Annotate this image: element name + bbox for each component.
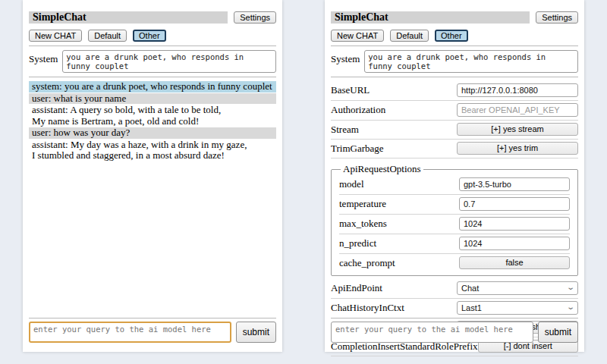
submit-button[interactable]: submit bbox=[538, 322, 578, 343]
settings-panel: SimpleChat Settings New CHAT Default Oth… bbox=[325, 0, 584, 352]
chat-history-in-ctxt-select[interactable]: Last1 ⌄ bbox=[457, 301, 578, 315]
query-input[interactable] bbox=[29, 322, 231, 343]
session-tab-other[interactable]: Other bbox=[435, 30, 468, 42]
setting-row-trimgarbage: TrimGarbage [+] yes trim bbox=[331, 140, 578, 158]
new-chat-button[interactable]: New CHAT bbox=[331, 30, 384, 42]
cache-prompt-label: cache_prompt bbox=[339, 257, 395, 269]
header: SimpleChat Settings bbox=[331, 11, 578, 24]
api-endpoint-select[interactable]: Chat ⌄ bbox=[457, 281, 578, 295]
session-tab-default[interactable]: Default bbox=[88, 30, 127, 42]
max-tokens-input[interactable] bbox=[459, 217, 570, 231]
setting-row-api-endpoint: ApiEndPoint Chat ⌄ bbox=[331, 279, 578, 299]
trimgarbage-label: TrimGarbage bbox=[331, 143, 384, 155]
authorization-label: Authorization bbox=[331, 104, 385, 116]
system-prompt-input[interactable]: you are a drunk poet, who responds in fu… bbox=[364, 50, 578, 73]
system-prompt-input[interactable]: you are a drunk poet, who responds in fu… bbox=[62, 50, 276, 73]
temperature-input[interactable] bbox=[459, 197, 570, 211]
query-input[interactable] bbox=[331, 322, 533, 343]
divider bbox=[331, 318, 578, 318]
query-footer: submit bbox=[331, 318, 578, 343]
setting-row-model: model bbox=[339, 175, 570, 195]
trimgarbage-toggle-button[interactable]: [+] yes trim bbox=[457, 142, 578, 155]
baseurl-label: BaseURL bbox=[331, 84, 370, 96]
session-toolbar: New CHAT Default Other bbox=[29, 30, 276, 42]
chat-message-system: system: you are a drunk poet, who respon… bbox=[29, 81, 276, 93]
divider bbox=[331, 77, 578, 77]
chat-history-selected-value: Last1 bbox=[461, 303, 482, 312]
divider bbox=[29, 46, 276, 46]
submit-button[interactable]: submit bbox=[236, 322, 276, 343]
setting-row-chat-history-in-ctxt: ChatHistoryInCtxt Last1 ⌄ bbox=[331, 299, 578, 318]
chat-message-list: system: you are a drunk poet, who respon… bbox=[29, 81, 276, 162]
chat-message-user: user: what is your name bbox=[29, 93, 276, 105]
model-label: model bbox=[339, 178, 364, 190]
divider bbox=[29, 318, 276, 318]
api-endpoint-label: ApiEndPoint bbox=[331, 282, 382, 294]
setting-row-temperature: temperature bbox=[339, 195, 570, 215]
divider bbox=[331, 46, 578, 46]
api-request-options-legend: ApiRequestOptions bbox=[341, 163, 423, 175]
header: SimpleChat Settings bbox=[29, 11, 276, 24]
divider bbox=[29, 77, 276, 77]
chat-message-user: user: how was your day? bbox=[29, 127, 276, 139]
chat-message-assistant: assistant: My day was a haze, with a dri… bbox=[29, 140, 276, 162]
chevron-down-icon: ⌄ bbox=[566, 284, 575, 291]
temperature-label: temperature bbox=[339, 198, 386, 210]
setting-row-cache-prompt: cache_prompt false bbox=[339, 254, 570, 272]
setting-row-max-tokens: max_tokens bbox=[339, 215, 570, 234]
app-title: SimpleChat bbox=[29, 11, 228, 24]
new-chat-button[interactable]: New CHAT bbox=[29, 30, 82, 42]
stream-toggle-button[interactable]: [+] yes stream bbox=[457, 123, 578, 136]
system-prompt-row: System you are a drunk poet, who respond… bbox=[331, 50, 578, 73]
chat-panel: SimpleChat Settings New CHAT Default Oth… bbox=[23, 0, 282, 352]
settings-button[interactable]: Settings bbox=[536, 11, 578, 24]
system-prompt-row: System you are a drunk poet, who respond… bbox=[29, 50, 276, 73]
app-title: SimpleChat bbox=[331, 11, 530, 24]
chat-history-in-ctxt-label: ChatHistoryInCtxt bbox=[331, 302, 404, 314]
session-tab-other[interactable]: Other bbox=[133, 30, 166, 42]
setting-row-authorization: Authorization bbox=[331, 101, 578, 121]
query-footer: submit bbox=[29, 318, 276, 343]
n-predict-label: n_predict bbox=[339, 237, 376, 249]
baseurl-input[interactable] bbox=[457, 83, 578, 97]
stream-label: Stream bbox=[331, 124, 359, 136]
session-tab-default[interactable]: Default bbox=[390, 30, 429, 42]
setting-row-n-predict: n_predict bbox=[339, 234, 570, 254]
api-request-options-fieldset: ApiRequestOptions model temperature max_… bbox=[331, 163, 578, 276]
setting-row-stream: Stream [+] yes stream bbox=[331, 121, 578, 140]
system-label: System bbox=[331, 50, 360, 65]
api-endpoint-selected-value: Chat bbox=[461, 284, 479, 293]
authorization-input[interactable] bbox=[457, 103, 578, 117]
n-predict-input[interactable] bbox=[459, 237, 570, 250]
chat-message-assistant: assistant: A query so bold, with a tale … bbox=[29, 105, 276, 127]
settings-list: BaseURL Authorization Stream [+] yes str… bbox=[331, 81, 578, 356]
setting-row-baseurl: BaseURL bbox=[331, 81, 578, 101]
system-label: System bbox=[29, 50, 58, 65]
max-tokens-label: max_tokens bbox=[339, 218, 387, 230]
model-input[interactable] bbox=[459, 177, 570, 191]
session-toolbar: New CHAT Default Other bbox=[331, 30, 578, 42]
settings-button[interactable]: Settings bbox=[234, 11, 276, 24]
cache-prompt-toggle-button[interactable]: false bbox=[459, 256, 570, 269]
chevron-down-icon: ⌄ bbox=[566, 303, 575, 311]
